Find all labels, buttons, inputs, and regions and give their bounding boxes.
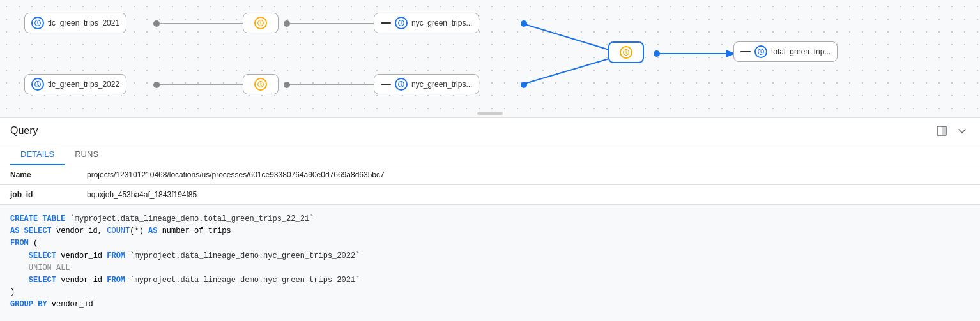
node-filter-2021[interactable]	[243, 13, 279, 33]
tab-runs[interactable]: RUNS	[65, 144, 109, 165]
divider-2021	[381, 22, 391, 24]
job-id-label: job_id	[0, 185, 77, 205]
name-label: Name	[0, 165, 77, 185]
expand-button[interactable]	[934, 123, 949, 138]
dot-nyc2022-out	[521, 82, 527, 88]
node-label-total: total_green_trip...	[771, 47, 831, 56]
code-line-2: AS SELECT vendor_id, COUNT(*) AS number_…	[10, 225, 970, 237]
divider-total	[740, 51, 751, 52]
panel-actions	[934, 123, 970, 138]
filter-icon-2022	[254, 78, 267, 91]
scroll-handle[interactable]	[477, 112, 503, 115]
dot-union-out	[654, 50, 660, 57]
svg-line-5	[523, 57, 613, 84]
details-grid: Name projects/123101210468/locations/us/…	[0, 165, 980, 205]
node-tlc-2021[interactable]: tlc_green_trips_2021	[24, 13, 126, 33]
code-line-1: CREATE TABLE `myproject.data_lineage_dem…	[10, 213, 970, 225]
code-line-7: )	[10, 287, 970, 299]
divider-2022	[381, 84, 391, 85]
filter-icon-2021	[254, 17, 267, 29]
bottom-panel: Query DETAILS RUNS Name projects/1231012…	[0, 118, 980, 321]
code-area: CREATE TABLE `myproject.data_lineage_dem…	[0, 205, 980, 321]
panel-title: Query	[10, 125, 38, 137]
code-line-4: SELECT vendor_id FROM `myproject.data_li…	[10, 250, 970, 262]
code-line-8: GROUP BY vendor_id	[10, 299, 970, 311]
query-icon-total	[754, 45, 767, 58]
query-icon-2021	[31, 17, 44, 29]
dot-nyc2021-out	[521, 20, 527, 27]
node-union[interactable]	[608, 41, 644, 63]
node-label-tlc-2022: tlc_green_trips_2022	[48, 80, 119, 89]
tab-details[interactable]: DETAILS	[10, 144, 65, 165]
pipeline-canvas: tlc_green_trips_2021 nyc_green_trips... …	[0, 0, 980, 118]
dot-tlc2022-out	[153, 82, 160, 88]
query-icon-nyc2021	[395, 17, 408, 29]
node-label-nyc2022: nyc_green_trips...	[411, 80, 472, 89]
svg-line-2	[523, 24, 613, 51]
dot-tlc2021-out	[153, 20, 160, 27]
node-tlc-2022[interactable]: tlc_green_trips_2022	[24, 74, 126, 94]
collapse-button[interactable]	[954, 123, 970, 138]
node-label-nyc2021: nyc_green_trips...	[411, 19, 472, 27]
dot-filter2021-out	[284, 20, 290, 27]
tabs-bar: DETAILS RUNS	[0, 144, 980, 165]
query-icon-nyc2022	[395, 78, 408, 91]
svg-rect-16	[942, 126, 946, 135]
name-value: projects/123101210468/locations/us/proce…	[77, 165, 980, 185]
node-nyc-2021[interactable]: nyc_green_trips...	[374, 13, 479, 33]
dot-filter2022-out	[284, 82, 290, 88]
union-icon	[620, 46, 632, 59]
node-nyc-2022[interactable]: nyc_green_trips...	[374, 74, 479, 94]
panel-header: Query	[0, 118, 980, 144]
node-total[interactable]: total_green_trip...	[733, 41, 838, 62]
query-icon-2022	[31, 78, 44, 91]
code-line-5: UNION ALL	[10, 262, 970, 274]
job-id-value: bquxjob_453ba4af_1843f194f85	[77, 185, 980, 205]
node-label-tlc-2021: tlc_green_trips_2021	[48, 19, 119, 27]
code-line-3: FROM (	[10, 237, 970, 250]
code-line-6: SELECT vendor_id FROM `myproject.data_li…	[10, 274, 970, 287]
node-filter-2022[interactable]	[243, 74, 279, 94]
